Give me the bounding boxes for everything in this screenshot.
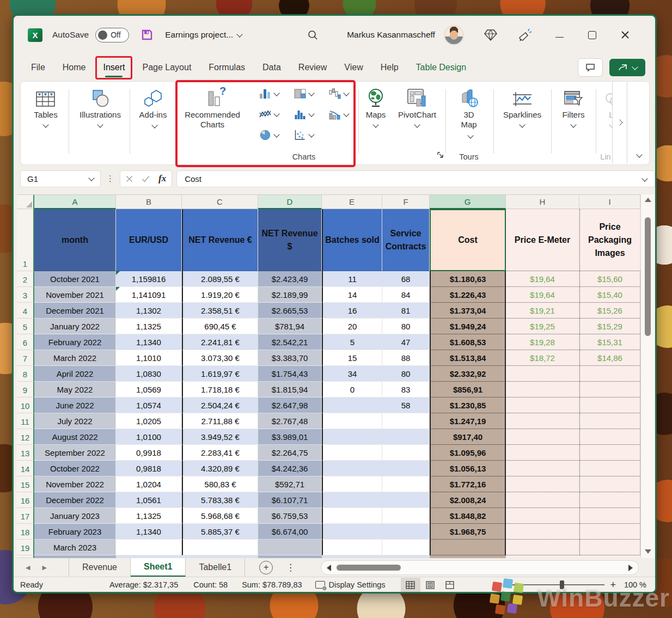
row-header[interactable]: 4 [17, 303, 34, 319]
cell[interactable]: November 2022 [34, 476, 116, 492]
cell[interactable]: $2.264,75 [258, 445, 322, 461]
illustrations-button[interactable]: Illustrations [73, 86, 127, 127]
sheet-next-icon[interactable]: ▶ [42, 564, 46, 571]
row-header[interactable]: 19 [17, 540, 34, 555]
scroll-down-icon[interactable] [645, 549, 651, 554]
select-all-corner[interactable] [17, 195, 34, 209]
cell[interactable]: 84 [382, 287, 430, 303]
cell[interactable]: 1,0574 [116, 397, 182, 413]
cell[interactable]: $3.989,01 [258, 429, 322, 445]
add-ins-button[interactable]: Add-ins [133, 86, 173, 130]
ribbon-scroll-strip[interactable] [612, 82, 627, 163]
cell[interactable] [506, 445, 579, 461]
cell[interactable]: $4.242,36 [258, 461, 322, 476]
column-header-c[interactable]: C [182, 195, 258, 209]
tab-formulas[interactable]: Formulas [209, 63, 245, 72]
formula-input[interactable]: Cost [176, 170, 655, 187]
cell[interactable] [382, 476, 430, 492]
row-header[interactable]: 13 [17, 445, 34, 461]
cell[interactable]: 2.089,55 € [182, 271, 258, 287]
cell[interactable] [322, 429, 382, 445]
cell[interactable] [322, 508, 382, 524]
cell[interactable]: $592,71 [258, 476, 322, 492]
cell[interactable]: 1.619,97 € [182, 366, 258, 382]
scroll-up-icon[interactable] [645, 198, 651, 202]
column-header-b[interactable]: B [116, 195, 182, 209]
header-cell-b[interactable]: EUR/USD [116, 209, 182, 271]
cell[interactable]: $6.674,00 [258, 524, 322, 540]
cell[interactable]: $18,72 [506, 350, 579, 366]
cell[interactable]: 1.718,18 € [182, 382, 258, 397]
column-header-d[interactable]: D [258, 195, 322, 209]
add-sheet-button[interactable]: + [259, 561, 273, 574]
row-header[interactable]: 3 [17, 287, 34, 303]
cell[interactable]: April 2022 [34, 366, 116, 382]
autosave-toggle[interactable]: Off [95, 28, 129, 42]
cell[interactable] [506, 524, 579, 540]
cell[interactable]: 1,1010 [116, 350, 182, 366]
cell[interactable]: May 2022 [34, 382, 116, 397]
cell[interactable]: $1.968,75 [430, 524, 506, 540]
cell[interactable]: August 2022 [34, 429, 116, 445]
cell[interactable]: January 2022 [34, 319, 116, 334]
cell[interactable]: 1,1340 [116, 334, 182, 350]
tab-insert[interactable]: Insert [103, 63, 125, 72]
sparklines-button[interactable]: Sparklines [497, 86, 548, 127]
column-header-e[interactable]: E [322, 195, 382, 209]
user-name[interactable]: Markus Kasanmascheff [347, 30, 435, 40]
insert-function-icon[interactable]: fx [158, 173, 166, 184]
status-average[interactable]: Average: $2.317,35 [109, 580, 178, 589]
cell[interactable] [579, 540, 640, 555]
cancel-icon[interactable] [126, 175, 133, 182]
cell[interactable]: 5.885,37 € [182, 524, 258, 540]
sheet-tab-revenue[interactable]: Revenue [69, 558, 131, 577]
cell[interactable]: $14,86 [579, 350, 640, 366]
formula-bar-options-icon[interactable]: ⋮ [106, 174, 114, 183]
cell[interactable]: $1.180,63 [430, 271, 506, 287]
pivotchart-button[interactable]: PivotChart [393, 86, 441, 127]
cell[interactable]: $917,40 [430, 429, 506, 445]
cell[interactable]: 3.073,30 € [182, 350, 258, 366]
pie-chart-button[interactable] [252, 127, 286, 143]
cell[interactable] [506, 508, 579, 524]
name-box[interactable]: G1 [20, 170, 101, 187]
cell[interactable]: $19,64 [506, 287, 579, 303]
cell[interactable]: $1.226,43 [430, 287, 506, 303]
row-header[interactable]: 6 [17, 334, 34, 350]
row-header[interactable]: 16 [17, 492, 34, 508]
cell[interactable]: $6.759,53 [258, 508, 322, 524]
cell[interactable]: $19,25 [506, 319, 579, 334]
cell[interactable]: $15,29 [579, 319, 640, 334]
cell[interactable]: 1,1325 [116, 508, 182, 524]
header-cell-i[interactable]: Price Packaging Images [579, 209, 640, 271]
cell[interactable]: $2.767,48 [258, 413, 322, 429]
cell[interactable] [382, 492, 430, 508]
cell[interactable]: 1,1340 [116, 524, 182, 540]
cell[interactable]: 0 [322, 382, 382, 397]
horizontal-scroll-thumb[interactable] [337, 565, 401, 571]
cell[interactable] [322, 461, 382, 476]
line-chart-button[interactable] [252, 107, 286, 122]
cell[interactable]: $1.513,84 [430, 350, 506, 366]
cell[interactable]: 58 [382, 397, 430, 413]
cell[interactable]: $1.772,16 [430, 476, 506, 492]
row-header[interactable]: 17 [17, 508, 34, 524]
cell[interactable]: $781,94 [258, 319, 322, 334]
cell[interactable] [506, 476, 579, 492]
cell[interactable]: $1.230,85 [430, 397, 506, 413]
row-header[interactable]: 1 [17, 209, 34, 271]
vertical-scrollbar[interactable] [640, 194, 655, 558]
whats-new-megaphone-icon[interactable] [517, 28, 533, 42]
cell[interactable]: July 2022 [34, 413, 116, 429]
tables-button[interactable]: Tables [24, 86, 68, 127]
cell[interactable]: 16 [322, 303, 382, 319]
cell[interactable]: $2.332,92 [430, 366, 506, 382]
cell[interactable] [382, 540, 430, 555]
cell[interactable] [322, 540, 382, 555]
ribbon-collapse-button[interactable] [637, 149, 642, 159]
cell[interactable]: 80 [382, 319, 430, 334]
cell[interactable]: 690,45 € [182, 319, 258, 334]
cell[interactable]: $19,21 [506, 303, 579, 319]
cell[interactable]: 20 [322, 319, 382, 334]
column-header-i[interactable]: I [579, 195, 640, 209]
